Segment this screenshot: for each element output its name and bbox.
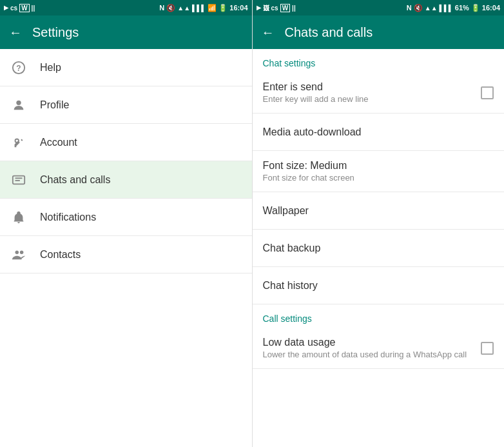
battery-label-right: 61% bbox=[455, 4, 469, 12]
enter-is-send-checkbox[interactable] bbox=[481, 86, 494, 99]
battery-label: 📶 bbox=[208, 4, 217, 12]
enter-is-send-title: Enter is send bbox=[263, 81, 369, 93]
play-icon: ▶ bbox=[4, 5, 8, 11]
svg-point-7 bbox=[15, 250, 19, 254]
left-status-bar: ▶ cs W || N 🔇 ▲▲ ▌▌▌ 📶 🔋 16:04 bbox=[0, 0, 252, 15]
contacts-icon bbox=[10, 246, 27, 263]
font-size-subtitle: Font size for chat screen bbox=[263, 173, 354, 183]
contacts-label: Contacts bbox=[40, 249, 81, 261]
call-settings-header: Call settings bbox=[253, 304, 505, 328]
menu-item-profile[interactable]: Profile bbox=[0, 86, 252, 124]
profile-icon bbox=[10, 97, 27, 114]
chats-calls-title: Chats and calls bbox=[285, 25, 373, 40]
left-status-icons: ▶ cs W || bbox=[4, 4, 35, 12]
back-button-right[interactable]: ← bbox=[262, 25, 275, 40]
cs-label: cs bbox=[10, 5, 17, 12]
help-label: Help bbox=[40, 62, 61, 74]
right-panel: ▶ 🖼 cs W || N 🔇 ▲▲ ▌▌▌ 61% 🔋 16:04 ← Cha… bbox=[253, 0, 505, 447]
chats-icon bbox=[10, 172, 27, 188]
profile-label: Profile bbox=[40, 99, 69, 111]
enter-is-send-subtitle: Enter key will add a new line bbox=[263, 94, 369, 104]
low-data-usage-checkbox[interactable] bbox=[481, 342, 494, 355]
right-toolbar: ← Chats and calls bbox=[253, 15, 505, 49]
play-icon-right: ▶ bbox=[257, 5, 261, 11]
chat-history-text: Chat history bbox=[263, 280, 318, 292]
wifi-icon-right: ▲▲ bbox=[425, 5, 438, 12]
account-label: Account bbox=[40, 137, 77, 148]
time-label-right: 16:04 bbox=[482, 4, 500, 12]
right-status-icons: N 🔇 ▲▲ ▌▌▌ 📶 🔋 16:04 bbox=[159, 4, 247, 12]
battery-icon: 🔋 bbox=[218, 4, 228, 12]
media-auto-download-title: Media auto-download bbox=[263, 126, 362, 138]
help-icon: ? bbox=[10, 59, 27, 76]
left-panel: ▶ cs W || N 🔇 ▲▲ ▌▌▌ 📶 🔋 16:04 ← Setting… bbox=[0, 0, 253, 447]
chat-settings-header: Chat settings bbox=[253, 49, 505, 72]
low-data-usage-title: Low data usage bbox=[263, 337, 467, 348]
menu-item-account[interactable]: Account bbox=[0, 124, 252, 161]
svg-point-8 bbox=[20, 250, 24, 254]
image-icon: 🖼 bbox=[263, 5, 269, 12]
wifi-icon: ▲▲ bbox=[177, 5, 190, 12]
svg-text:?: ? bbox=[16, 63, 21, 72]
chat-backup-title: Chat backup bbox=[263, 243, 321, 254]
n-icon-right: N bbox=[407, 4, 412, 12]
svg-point-2 bbox=[16, 100, 21, 104]
right-status-bar: ▶ 🖼 cs W || N 🔇 ▲▲ ▌▌▌ 61% 🔋 16:04 bbox=[253, 0, 505, 15]
n-icon: N bbox=[159, 4, 164, 12]
media-auto-download-text: Media auto-download bbox=[263, 126, 362, 138]
right-status-left: ▶ 🖼 cs W || bbox=[257, 4, 296, 12]
menu-item-help[interactable]: ? Help bbox=[0, 49, 252, 86]
wallpaper-title: Wallpaper bbox=[263, 205, 309, 217]
right-content: Chat settings Enter is send Enter key wi… bbox=[253, 49, 505, 447]
font-size-item[interactable]: Font size: Medium Font size for chat scr… bbox=[253, 151, 505, 192]
chat-backup-text: Chat backup bbox=[263, 243, 321, 254]
font-size-text: Font size: Medium Font size for chat scr… bbox=[263, 160, 354, 183]
chat-backup-item[interactable]: Chat backup bbox=[253, 230, 505, 267]
low-data-usage-item[interactable]: Low data usage Lower the amount of data … bbox=[253, 328, 505, 369]
account-icon bbox=[10, 134, 27, 151]
chat-history-item[interactable]: Chat history bbox=[253, 267, 505, 304]
menu-item-chats[interactable]: Chats and calls bbox=[0, 161, 252, 199]
wallpaper-item[interactable]: Wallpaper bbox=[253, 192, 505, 230]
font-size-title: Font size: Medium bbox=[263, 160, 354, 172]
menu-item-notifications[interactable]: Notifications bbox=[0, 199, 252, 236]
right-status-right-icons: N 🔇 ▲▲ ▌▌▌ 61% 🔋 16:04 bbox=[407, 4, 500, 12]
time-label: 16:04 bbox=[229, 4, 247, 12]
notifications-icon bbox=[10, 209, 27, 226]
signal-icon-right: ▌▌▌ bbox=[440, 5, 453, 12]
wallpaper-text: Wallpaper bbox=[263, 205, 309, 217]
w-icon-right: W bbox=[280, 4, 290, 12]
left-toolbar: ← Settings bbox=[0, 15, 252, 49]
cs-label-right: cs bbox=[271, 5, 278, 12]
back-button-left[interactable]: ← bbox=[9, 25, 22, 40]
mute-icon-right: 🔇 bbox=[414, 4, 423, 12]
low-data-usage-subtitle: Lower the amount of data used during a W… bbox=[263, 350, 467, 359]
low-data-usage-text: Low data usage Lower the amount of data … bbox=[263, 337, 467, 359]
signal-bars: || bbox=[32, 5, 35, 12]
settings-menu: ? Help Profile Account bbox=[0, 49, 252, 447]
mute-icon: 🔇 bbox=[166, 4, 175, 12]
chat-history-title: Chat history bbox=[263, 280, 318, 292]
signal-bars-right: || bbox=[292, 5, 296, 12]
enter-is-send-item[interactable]: Enter is send Enter key will add a new l… bbox=[253, 72, 505, 114]
media-auto-download-item[interactable]: Media auto-download bbox=[253, 114, 505, 151]
settings-title: Settings bbox=[32, 25, 79, 40]
signal-icon: ▌▌▌ bbox=[192, 5, 206, 12]
battery-icon-right: 🔋 bbox=[471, 4, 480, 12]
enter-is-send-text: Enter is send Enter key will add a new l… bbox=[263, 81, 369, 104]
notifications-label: Notifications bbox=[40, 212, 96, 223]
w-icon: W bbox=[19, 4, 29, 12]
menu-item-contacts[interactable]: Contacts bbox=[0, 236, 252, 273]
chats-label: Chats and calls bbox=[40, 174, 110, 186]
